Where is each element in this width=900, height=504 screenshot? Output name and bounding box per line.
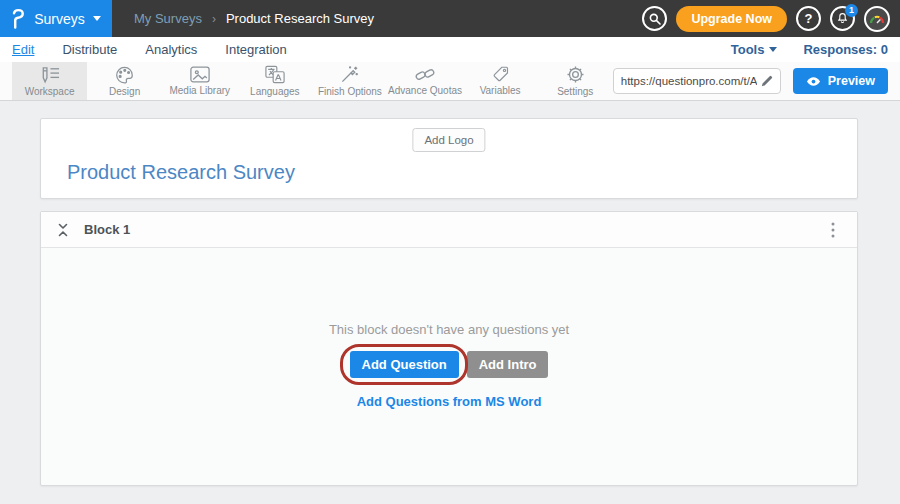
tab-integration[interactable]: Integration [225,42,286,57]
toolbar-item-label: Design [109,87,140,97]
search-icon [649,13,661,25]
surveys-product-menu[interactable]: Surveys [0,0,112,37]
toolbar-item-label: Variables [480,86,521,96]
nav-tabs: Edit Distribute Analytics Integration [0,42,287,57]
toolbar-item-finish-options[interactable]: Finish Options [312,62,387,100]
toolbar-item-label: Advance Quotas [388,86,462,96]
preview-label: Preview [828,74,875,88]
toolbar-item-media-library[interactable]: Media Library [162,62,237,100]
block-header: Block 1 [41,212,857,248]
responses-count[interactable]: Responses: 0 [803,42,888,57]
palette-icon [115,66,134,84]
block-card: Block 1 This block doesn't have any ques… [40,211,858,486]
block-body: This block doesn't have any questions ye… [41,248,857,485]
magic-wand-icon [340,65,359,84]
top-header: Surveys My Surveys › Product Research Su… [0,0,900,37]
toolbar-item-label: Finish Options [318,87,382,97]
account-avatar[interactable] [864,6,890,32]
chain-links-icon [415,66,435,83]
block-title[interactable]: Block 1 [84,222,130,237]
add-logo-button[interactable]: Add Logo [412,128,485,152]
toolbar-item-workspace[interactable]: Workspace [12,62,87,100]
toolbar-item-label: Workspace [25,87,75,97]
image-icon [190,66,210,83]
question-mark-icon: ? [805,11,813,26]
header-actions: Upgrade Now ? 1 [642,6,900,32]
toolbar-item-variables[interactable]: Variables [463,62,538,100]
toolbar-item-advance-quotas[interactable]: Advance Quotas [387,62,462,100]
upgrade-now-button[interactable]: Upgrade Now [676,6,787,32]
tab-analytics[interactable]: Analytics [145,42,197,57]
translate-icon [265,65,285,84]
tag-icon [492,66,509,83]
tab-distribute[interactable]: Distribute [62,42,117,57]
toolbar-item-label: Languages [250,87,300,97]
edit-toolbar: Workspace Design Media Library Languages… [0,62,900,101]
questionpro-logo-icon [11,8,26,30]
tools-menu[interactable]: Tools [731,42,778,57]
search-button[interactable] [642,6,667,31]
breadcrumb-my-surveys[interactable]: My Surveys [134,11,202,26]
collapse-block-button[interactable] [57,223,69,237]
survey-title[interactable]: Product Research Survey [67,161,295,184]
survey-url-field [613,68,781,94]
notification-badge: 1 [845,4,858,17]
toolbar-item-settings[interactable]: Settings [538,62,613,100]
eye-icon [806,76,821,87]
gauge-icon [869,13,885,25]
block-options-button[interactable] [825,218,841,242]
survey-url-input[interactable] [621,75,757,87]
notifications-button[interactable]: 1 [830,6,855,31]
product-name: Surveys [34,11,85,27]
tab-edit[interactable]: Edit [12,42,34,57]
help-button[interactable]: ? [796,6,821,31]
toolbar-item-design[interactable]: Design [87,62,162,100]
chevron-down-icon [769,47,777,52]
survey-header-card: Add Logo Product Research Survey [40,118,858,199]
breadcrumb-separator: › [212,12,216,26]
add-intro-button[interactable]: Add Intro [467,351,549,378]
kebab-menu-icon [831,222,835,238]
empty-block-message: This block doesn't have any questions ye… [329,322,569,337]
breadcrumb-current-survey: Product Research Survey [226,11,374,26]
breadcrumb: My Surveys › Product Research Survey [134,11,374,26]
tools-label: Tools [731,42,765,57]
collapse-icon [57,223,69,237]
toolbar-item-languages[interactable]: Languages [237,62,312,100]
workspace-icon [39,66,60,84]
survey-nav: Edit Distribute Analytics Integration To… [0,37,900,62]
edit-url-button[interactable] [761,75,773,87]
block-actions: Add Question Add Intro [350,351,549,378]
gear-icon [566,65,585,84]
toolbar-item-label: Media Library [169,86,230,96]
preview-button[interactable]: Preview [793,68,888,94]
nav-right: Tools Responses: 0 [731,42,900,57]
add-question-button[interactable]: Add Question [350,351,459,378]
chevron-down-icon [93,16,101,21]
toolbar-item-label: Settings [557,87,593,97]
add-questions-ms-word-link[interactable]: Add Questions from MS Word [357,394,542,409]
